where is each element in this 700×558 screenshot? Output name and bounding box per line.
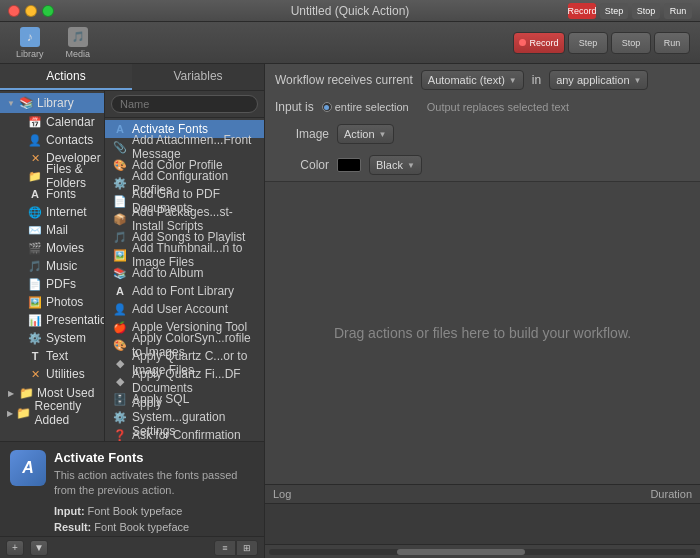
presentations-icon: 📊	[28, 313, 42, 327]
run-button[interactable]: Run	[664, 3, 692, 19]
action-label: Add Packages...st-Install Scripts	[132, 205, 256, 233]
sidebar-item-contacts[interactable]: 👤 Contacts	[22, 131, 104, 149]
most-used-folder-icon: 📁	[19, 388, 33, 399]
sidebar-item-movies[interactable]: 🎬 Movies	[22, 239, 104, 257]
movies-label: Movies	[46, 241, 84, 255]
close-button[interactable]	[8, 5, 20, 17]
action-item-add-attachments[interactable]: 📎 Add Attachmen...Front Message	[105, 138, 264, 156]
sidebar: Actions Variables ▼ 📚 Library	[0, 64, 265, 558]
radio-dot-entire	[322, 102, 332, 112]
stop-toolbar-button[interactable]: Stop	[611, 32, 651, 54]
library-children: 📅 Calendar 👤 Contacts ✕ Developer	[0, 113, 104, 383]
search-bar	[105, 91, 264, 118]
add-grid-icon: 📄	[113, 194, 127, 208]
list-view-button[interactable]: ≡	[214, 540, 236, 556]
stop-button[interactable]: Stop	[632, 3, 660, 19]
library-section-header[interactable]: ▼ 📚 Library	[0, 93, 104, 113]
sidebar-item-music[interactable]: 🎵 Music	[22, 257, 104, 275]
internet-icon: 🌐	[28, 205, 42, 219]
ask-confirmation-icon: ❓	[113, 428, 127, 441]
add-attachments-icon: 📎	[113, 140, 127, 154]
sidebar-item-utilities[interactable]: ✕ Utilities	[22, 365, 104, 383]
action-item-ask-confirmation[interactable]: ❓ Ask for Confirmation	[105, 426, 264, 441]
library-label: Library	[16, 49, 44, 59]
input-label: Input:	[54, 505, 85, 517]
log-label: Log	[265, 485, 299, 503]
black-select[interactable]: Black ▼	[369, 155, 422, 175]
apply-quartz-docs-icon: ◆	[113, 374, 127, 388]
sidebar-item-mail[interactable]: ✉️ Mail	[22, 221, 104, 239]
apply-colorsync-icon: 🎨	[113, 338, 127, 352]
tab-actions[interactable]: Actions	[0, 64, 132, 90]
add-packages-icon: 📦	[113, 212, 127, 226]
action-item-apply-system[interactable]: ⚙️ Apply System...guration Settings	[105, 408, 264, 426]
chevron-down-icon: ▼	[379, 130, 387, 139]
run-toolbar-button[interactable]: Run	[654, 32, 690, 54]
color-swatch[interactable]	[337, 158, 361, 172]
recently-added-section: ▶ 📁 Recently Added	[0, 403, 104, 423]
record-toolbar-button[interactable]: Record	[513, 32, 565, 54]
scrollbar-thumb[interactable]	[397, 549, 525, 555]
sidebar-item-system[interactable]: ⚙️ System	[22, 329, 104, 347]
duration-label: Duration	[642, 485, 700, 503]
recently-added-header[interactable]: ▶ 📁 Recently Added	[0, 403, 104, 423]
add-config-icon: ⚙️	[113, 176, 127, 190]
action-item-add-user[interactable]: 👤 Add User Account	[105, 300, 264, 318]
sidebar-item-internet[interactable]: 🌐 Internet	[22, 203, 104, 221]
add-user-icon: 👤	[113, 302, 127, 316]
right-panel: Workflow receives current Automatic (tex…	[265, 64, 700, 558]
any-application-select[interactable]: any application ▼	[549, 70, 648, 90]
photos-label: Photos	[46, 295, 83, 309]
info-icon: A	[10, 450, 46, 486]
entire-selection-radio[interactable]: entire selection	[322, 101, 409, 113]
sidebar-item-files[interactable]: 📁 Files & Folders	[22, 167, 104, 185]
sidebar-item-presentations[interactable]: 📊 Presentations	[22, 311, 104, 329]
output-note: Output replaces selected text	[427, 101, 569, 113]
log-section: Log Duration	[265, 484, 700, 544]
window-title: Untitled (Quick Action)	[291, 4, 410, 18]
sidebar-item-calendar[interactable]: 📅 Calendar	[22, 113, 104, 131]
sidebar-item-text[interactable]: T Text	[22, 347, 104, 365]
library-button[interactable]: ♪ Library	[10, 24, 50, 62]
action-item-add-thumbnail[interactable]: 🖼️ Add Thumbnail...n to Image Files	[105, 246, 264, 264]
action-select[interactable]: Action ▼	[337, 124, 394, 144]
info-icon-glyph: A	[22, 459, 34, 477]
automatic-text-select[interactable]: Automatic (text) ▼	[421, 70, 524, 90]
step-toolbar-button[interactable]: Step	[568, 32, 608, 54]
media-icon: 🎵	[68, 27, 88, 47]
action-label: Ask for Confirmation	[132, 428, 241, 441]
search-input[interactable]	[111, 95, 258, 113]
chevron-down-button[interactable]: ▼	[30, 540, 48, 556]
action-item-add-font-library[interactable]: A Add to Font Library	[105, 282, 264, 300]
presentations-label: Presentations	[46, 313, 104, 327]
result-label: Result:	[54, 521, 91, 533]
record-button[interactable]: Record	[568, 3, 596, 19]
step-button[interactable]: Step	[600, 3, 628, 19]
drop-area: Drag actions or files here to build your…	[265, 182, 700, 484]
grid-view-button[interactable]: ⊞	[236, 540, 258, 556]
maximize-button[interactable]	[42, 5, 54, 17]
add-songs-icon: 🎵	[113, 230, 127, 244]
scrollbar-track[interactable]	[269, 549, 696, 555]
sidebar-item-photos[interactable]: 🖼️ Photos	[22, 293, 104, 311]
text-icon: T	[28, 349, 42, 363]
view-buttons: ≡ ⊞	[214, 540, 258, 556]
tab-variables[interactable]: Variables	[132, 64, 264, 90]
recently-added-label: Recently Added	[35, 399, 98, 427]
library-tree: ▼ 📚 Library 📅 Calendar 👤 Contacts	[0, 91, 104, 441]
add-button[interactable]: +	[6, 540, 24, 556]
minimize-button[interactable]	[25, 5, 37, 17]
toolbar: ♪ Library 🎵 Media Record Step Stop Run	[0, 22, 700, 64]
media-button[interactable]: 🎵 Media	[60, 24, 97, 62]
image-row-label: Image	[279, 127, 329, 141]
sidebar-item-pdfs[interactable]: 📄 PDFs	[22, 275, 104, 293]
movies-icon: 🎬	[28, 241, 42, 255]
add-font-library-icon: A	[113, 284, 127, 298]
action-list: A Activate Fonts 📎 Add Attachmen...Front…	[105, 118, 264, 441]
chevron-down-icon: ▼	[509, 76, 517, 85]
calendar-label: Calendar	[46, 115, 95, 129]
log-header: Log Duration	[265, 485, 700, 504]
action-item-add-packages[interactable]: 📦 Add Packages...st-Install Scripts	[105, 210, 264, 228]
info-description: This action activates the fonts passed f…	[54, 468, 254, 499]
action-item-apply-quartz-docs[interactable]: ◆ Apply Quartz Fi...DF Documents	[105, 372, 264, 390]
